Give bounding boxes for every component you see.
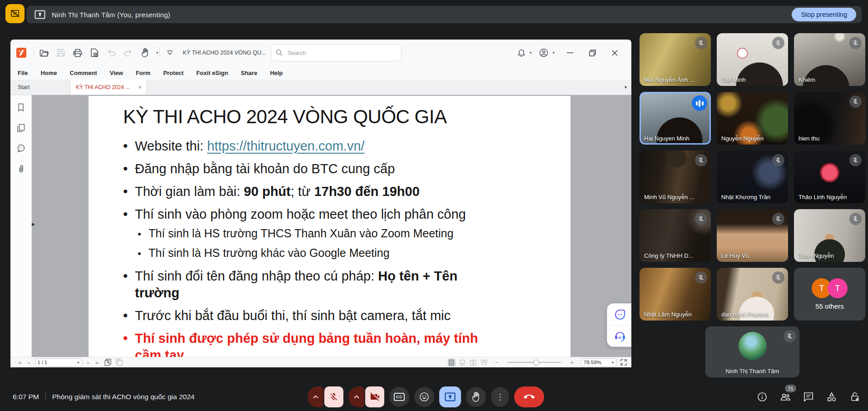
zoom-slider-thumb[interactable] [533,360,539,366]
snapshot-icon[interactable] [104,359,111,366]
menu-item-comment[interactable]: Comment [70,70,97,76]
menu-item-foxit-esign[interactable]: Foxit eSign [196,70,228,76]
fullscreen-icon[interactable] [620,359,627,366]
menu-item-form[interactable]: Form [136,70,151,76]
tab-active-document[interactable]: KỲ THI ACHO 2024 ... × [70,80,147,95]
host-controls-button[interactable] [849,391,861,403]
mic-options-button[interactable] [308,386,323,407]
participant-tile[interactable]: Nguyễn Nguyễn [717,92,788,145]
first-page-button[interactable]: « [18,360,21,366]
reactions-button[interactable] [414,387,434,407]
print-icon[interactable] [72,47,83,58]
participants-grid: Mai Nguyễn Ánh ...Tuệ MinhKhiêmHai Nguye… [640,33,865,377]
info-icon [757,391,768,402]
document-view-area[interactable]: KỲ THI ACHO 2024 VÒNG QUỐC GIA •Website … [32,95,631,357]
facing-view-icon[interactable] [470,359,477,366]
activities-button[interactable] [826,391,838,403]
open-file-icon[interactable] [39,47,50,58]
notifications-bell-icon[interactable] [517,49,526,57]
more-options-button[interactable]: ⋮ [491,387,509,407]
single-page-view-icon[interactable] [448,359,455,366]
menu-item-file[interactable]: File [18,70,28,76]
save-icon[interactable] [55,47,66,58]
menu-item-protect[interactable]: Protect [163,70,184,76]
raise-hand-button[interactable] [466,387,486,407]
zoom-out-button[interactable]: − [495,360,499,366]
redo-icon[interactable] [123,47,134,58]
hand-tool-caret[interactable]: ▾ [156,50,159,55]
clipboard-icon[interactable] [116,359,123,366]
mic-muted-badge [849,213,862,225]
participant-tile[interactable]: Tuệ Minh [717,33,788,86]
people-button[interactable]: 71 [779,391,791,403]
participant-tile[interactable]: Lê Huy Vũ [717,209,788,262]
account-icon[interactable] [539,48,548,57]
meet-bottom-bar: 6:07 PM Phòng giám sát thi AChO vòng quố… [0,383,868,411]
participant-tile[interactable]: dao minh Phương [717,268,788,321]
end-call-button[interactable] [514,386,544,407]
undo-icon[interactable] [106,47,117,58]
zoom-in-button[interactable]: + [570,360,574,366]
participant-tile[interactable]: Nhật Lâm Nguyễn [640,268,711,321]
zoom-slider[interactable] [507,362,561,363]
hand-tool-icon[interactable] [139,47,150,58]
camera-off-button[interactable] [365,386,384,407]
meeting-details-button[interactable] [756,391,768,403]
bullet-marker: • [123,138,135,155]
account-caret[interactable]: ▾ [552,50,555,55]
mic-off-button[interactable] [324,386,343,407]
participant-tile[interactable]: Hai Nguyen Minh [640,92,711,145]
chat-button[interactable] [803,391,814,403]
prev-page-button[interactable]: ‹ [28,360,30,366]
zoom-level-box[interactable]: 78.59% ▾ [581,358,616,367]
participant-tile[interactable]: Khiêm [794,33,865,86]
participant-tile[interactable]: Mai Nguyễn Ánh ... [640,33,711,86]
ai-assistant-icon[interactable]: AI [614,330,626,342]
clock-time: 6:07 PM [13,393,39,401]
bell-caret[interactable]: ▾ [530,50,532,55]
tab-close-icon[interactable]: × [139,84,142,90]
panel-expand-arrow[interactable]: ▶ [32,222,35,226]
continuous-facing-view-icon[interactable] [481,359,488,366]
participant-tile[interactable]: Minh Vũ Nguyễn ... [640,150,711,203]
pages-panel-icon[interactable] [17,124,25,132]
captions-button[interactable]: CC [389,387,409,407]
present-now-button[interactable] [439,386,461,407]
participant-tile[interactable]: Công ty TNHH D... [640,209,711,262]
page-number: 1 / 1 [38,360,47,365]
attachments-icon[interactable] [18,164,24,173]
avatar: T [828,278,848,298]
participant-tile[interactable]: Thảo Linh Nguyễn [794,150,865,203]
menu-item-share[interactable]: Share [241,70,257,76]
participant-tile[interactable]: Nhật Khương Trần [717,150,788,203]
document-link[interactable]: https://thitructuyen.com.vn/ [207,139,365,153]
close-button[interactable] [608,47,621,59]
participant-tile[interactable]: Ninh Thị Thanh Tâm [705,326,799,377]
minimize-button[interactable] [563,47,577,59]
page-number-box[interactable]: 1 / 1 ▾ [35,358,82,367]
tab-start[interactable]: Start [10,80,70,95]
search-input[interactable] [287,49,388,57]
menu-item-help[interactable]: Help [270,70,283,76]
continuous-view-icon[interactable] [459,359,466,366]
bookmarks-icon[interactable] [17,103,25,112]
menu-item-view[interactable]: View [109,70,123,76]
collapse-toolbar-icon[interactable] [164,47,175,58]
search-box[interactable] [271,44,402,61]
comments-panel-icon[interactable] [17,144,25,152]
stop-presenting-button[interactable]: Stop presenting [792,8,856,21]
ai-chat-icon[interactable] [614,309,626,321]
last-page-button[interactable]: » [95,360,99,366]
export-page-icon[interactable] [89,47,100,58]
restore-button[interactable] [585,47,599,59]
tab-list-caret[interactable]: ▾ [625,85,627,90]
menu-item-home[interactable]: Home [40,70,57,76]
zoom-caret[interactable]: ▾ [612,361,614,365]
participant-tile[interactable]: Tùng Nguyễn [794,209,865,262]
next-page-button[interactable]: › [87,360,89,366]
participant-tile[interactable]: hien thu [794,92,865,145]
camera-options-button[interactable] [348,386,364,407]
participant-tile[interactable]: TT55 others [794,268,865,321]
meet-app-icon[interactable] [5,4,25,23]
page-caret[interactable]: ▾ [78,361,79,365]
